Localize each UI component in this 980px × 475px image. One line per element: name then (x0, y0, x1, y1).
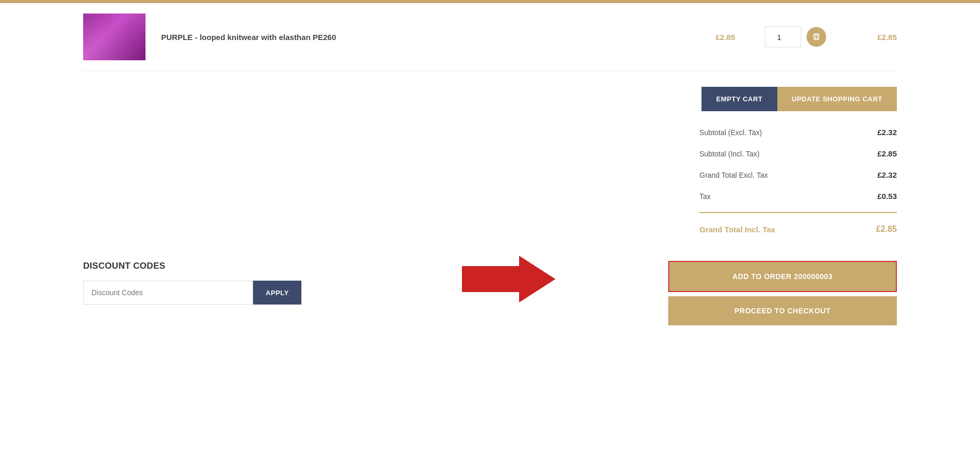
product-price: £2.85 (694, 33, 757, 42)
discount-form: APPLY (83, 281, 301, 305)
totals-divider (699, 212, 897, 213)
tax-label: Tax (699, 192, 711, 201)
proceed-to-checkout-button[interactable]: PROCEED TO CHECKOUT (668, 296, 897, 325)
quantity-input[interactable] (765, 27, 801, 47)
arrow-icon (462, 256, 555, 302)
product-image (83, 14, 145, 60)
empty-cart-button[interactable]: EMPTY CART (701, 87, 777, 111)
discount-title: DISCOUNT CODES (83, 261, 301, 271)
grand-total-incl-label: Grand Total Incl. Tax (699, 225, 775, 234)
grand-total-excl-value: £2.32 (877, 170, 897, 179)
grand-total-excl-row: Grand Total Excl. Tax £2.32 (699, 164, 897, 186)
cart-item-row: PURPLE - looped knitwear with elasthan P… (83, 3, 897, 71)
grand-total-incl-row: Grand Total Incl. Tax £2.85 (699, 218, 897, 240)
bottom-section: DISCOUNT CODES APPLY ADD TO ORDER 200000… (83, 261, 897, 357)
update-cart-button[interactable]: UPDATE SHOPPING CART (777, 87, 897, 111)
discount-section: DISCOUNT CODES APPLY (83, 261, 301, 305)
subtotal-incl-value: £2.85 (877, 149, 897, 158)
tax-value: £0.53 (877, 192, 897, 201)
product-name: PURPLE - looped knitwear with elasthan P… (145, 33, 694, 42)
discount-input[interactable] (83, 281, 253, 305)
subtotal-incl-row: Subtotal (Incl. Tax) £2.85 (699, 143, 897, 164)
arrow-container (462, 256, 555, 302)
product-total: £2.85 (835, 33, 897, 42)
quantity-section (757, 27, 835, 47)
totals-table: Subtotal (Excl. Tax) £2.32 Subtotal (Inc… (699, 122, 897, 240)
svg-marker-0 (462, 256, 555, 302)
subtotal-excl-value: £2.32 (877, 128, 897, 137)
order-buttons: ADD TO ORDER 200000003 PROCEED TO CHECKO… (668, 261, 897, 325)
cart-actions: EMPTY CART UPDATE SHOPPING CART (83, 87, 897, 111)
tax-row: Tax £0.53 (699, 186, 897, 207)
subtotal-excl-row: Subtotal (Excl. Tax) £2.32 (699, 122, 897, 143)
totals-section: Subtotal (Excl. Tax) £2.32 Subtotal (Inc… (83, 122, 897, 240)
grand-total-excl-label: Grand Total Excl. Tax (699, 171, 768, 179)
subtotal-incl-label: Subtotal (Incl. Tax) (699, 150, 760, 158)
apply-button[interactable]: APPLY (253, 281, 301, 305)
delete-button[interactable] (806, 27, 826, 47)
grand-total-incl-value: £2.85 (876, 225, 897, 234)
subtotal-excl-label: Subtotal (Excl. Tax) (699, 128, 762, 137)
add-to-order-button[interactable]: ADD TO ORDER 200000003 (668, 261, 897, 292)
